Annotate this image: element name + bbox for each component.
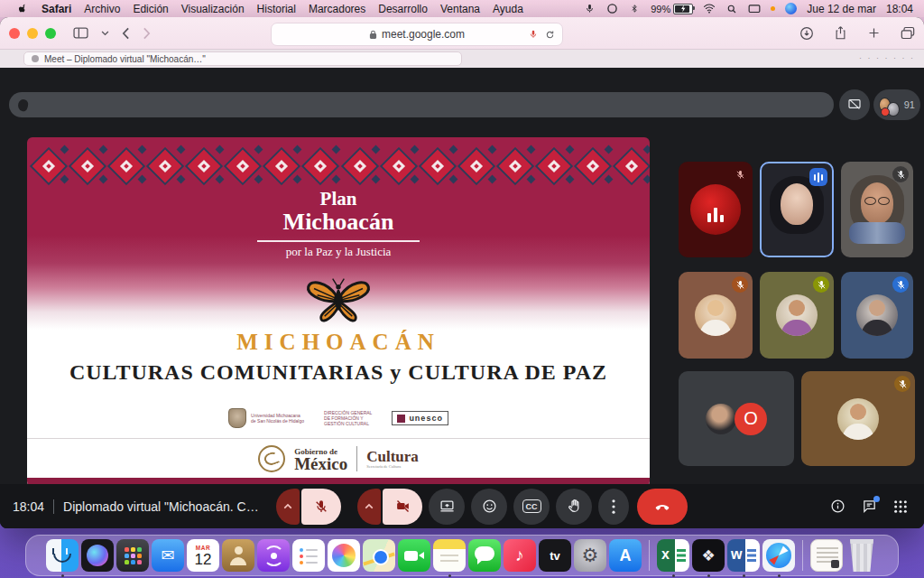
camera-options-chevron[interactable] bbox=[357, 489, 381, 525]
chat-button[interactable] bbox=[862, 499, 877, 514]
dock-photos-icon[interactable] bbox=[328, 539, 360, 572]
more-options-button[interactable] bbox=[598, 489, 629, 525]
dock-appletv-icon[interactable]: tv bbox=[539, 539, 571, 572]
dock-launchpad-icon[interactable] bbox=[116, 539, 149, 572]
tab-favicon bbox=[32, 55, 39, 62]
dock-safari-icon[interactable] bbox=[762, 539, 795, 572]
leave-call-button[interactable] bbox=[637, 489, 688, 525]
minimize-window-button[interactable] bbox=[27, 28, 38, 39]
mic-muted-icon bbox=[892, 276, 909, 293]
dock-finder-icon[interactable] bbox=[46, 539, 79, 572]
menu-time[interactable]: 18:04 bbox=[886, 3, 913, 15]
participant-tile-avatar[interactable] bbox=[760, 272, 834, 359]
address-bar[interactable]: meet.google.com bbox=[271, 23, 563, 46]
status-app-icon[interactable] bbox=[785, 3, 797, 14]
meeting-title: Diplomado virtual "Michoacán. Culturas c… bbox=[63, 499, 260, 514]
wifi-icon[interactable] bbox=[703, 3, 716, 15]
dock-separator bbox=[649, 540, 650, 571]
mic-options-chevron[interactable] bbox=[276, 489, 300, 525]
dock-trash-icon[interactable] bbox=[845, 539, 878, 572]
raise-hand-button[interactable] bbox=[556, 489, 592, 525]
tab-bar: Meet – Diplomado virtual "Michoacán…" · … bbox=[0, 50, 924, 69]
display-mirroring-icon[interactable] bbox=[748, 3, 761, 15]
stop-presenting-button[interactable] bbox=[839, 89, 870, 120]
participants-button[interactable]: 91 bbox=[873, 89, 920, 120]
share-icon[interactable] bbox=[834, 25, 847, 41]
dock-excel-icon[interactable]: x bbox=[657, 539, 689, 572]
participant-tile-avatar[interactable] bbox=[841, 272, 913, 359]
activities-grid-icon[interactable] bbox=[893, 499, 908, 514]
camera-off-button[interactable] bbox=[383, 489, 422, 525]
active-tab[interactable]: Meet – Diplomado virtual "Michoacán…" bbox=[23, 51, 462, 66]
dock-recent-document-icon[interactable] bbox=[810, 539, 843, 572]
participant-tile-speaking[interactable] bbox=[760, 162, 834, 257]
participant-video-face bbox=[776, 180, 818, 232]
close-window-button[interactable] bbox=[9, 28, 20, 39]
dock-notes-icon[interactable] bbox=[433, 539, 466, 572]
mic-status-icon[interactable] bbox=[583, 3, 596, 15]
presented-slide: Plan Michoacán por la Paz y la Justicia … bbox=[27, 137, 650, 487]
meet-top-banner[interactable] bbox=[9, 92, 834, 117]
reload-icon bbox=[545, 30, 555, 40]
dock-podcasts-icon[interactable] bbox=[257, 539, 290, 572]
menu-historial[interactable]: Historial bbox=[257, 3, 296, 15]
dock-maps-icon[interactable] bbox=[363, 539, 395, 572]
dock-music-icon[interactable]: ♪ bbox=[504, 539, 536, 572]
back-button[interactable] bbox=[122, 27, 130, 40]
dock-appstore-icon[interactable]: A bbox=[609, 539, 642, 572]
participant-tile-video[interactable] bbox=[841, 162, 913, 257]
participant-avatar bbox=[837, 398, 879, 440]
dock-contacts-icon[interactable] bbox=[222, 539, 254, 572]
calendar-day: 12 bbox=[195, 552, 212, 567]
downloads-icon[interactable] bbox=[799, 26, 814, 41]
dock-messages-icon[interactable] bbox=[468, 539, 501, 572]
gobierno-line2: México bbox=[294, 456, 347, 471]
sidebar-toggle-icon[interactable] bbox=[73, 27, 88, 39]
dock-black-cube-app-icon[interactable]: ❖ bbox=[692, 539, 725, 572]
menu-desarrollo[interactable]: Desarrollo bbox=[378, 3, 428, 15]
menu-marcadores[interactable]: Marcadores bbox=[309, 3, 365, 15]
dock-siri-icon[interactable] bbox=[81, 539, 114, 572]
forward-button[interactable] bbox=[143, 27, 151, 40]
mic-mute-button[interactable] bbox=[301, 489, 341, 525]
zoom-window-button[interactable] bbox=[45, 28, 56, 39]
participant-tile-pair[interactable]: O bbox=[679, 371, 794, 466]
present-screen-button[interactable] bbox=[429, 489, 465, 525]
menu-date[interactable]: Jue 12 de mar bbox=[807, 3, 876, 15]
participant-alert-dot bbox=[881, 107, 890, 117]
cc-label: CC bbox=[522, 499, 541, 513]
url-text: meet.google.com bbox=[382, 28, 465, 41]
creative-cloud-icon[interactable] bbox=[605, 3, 618, 15]
participant-tile-avatar[interactable] bbox=[801, 371, 915, 466]
menu-edicion[interactable]: Edición bbox=[133, 3, 168, 15]
bluetooth-icon[interactable] bbox=[628, 3, 641, 15]
dock-calendar-icon[interactable]: MAR 12 bbox=[187, 539, 219, 572]
browser-toolbar: meet.google.com bbox=[0, 17, 924, 50]
menu-visualizacion[interactable]: Visualización bbox=[181, 3, 245, 15]
captions-button[interactable]: CC bbox=[513, 489, 550, 525]
participant-video-face bbox=[856, 179, 898, 231]
participant-tile-logo[interactable] bbox=[679, 162, 753, 257]
emoji-reaction-button[interactable] bbox=[471, 489, 507, 525]
gobierno-eagle-icon bbox=[258, 445, 285, 472]
participant-avatar bbox=[776, 294, 818, 336]
meeting-details-icon[interactable] bbox=[830, 499, 845, 514]
battery-indicator[interactable]: 99% bbox=[651, 4, 693, 14]
dock-reminders-icon[interactable] bbox=[292, 539, 325, 572]
menu-ayuda[interactable]: Ayuda bbox=[493, 3, 523, 15]
dock-mail-icon[interactable]: ✉ bbox=[152, 539, 184, 572]
participant-avatar bbox=[695, 294, 736, 336]
menu-app-name[interactable]: Safari bbox=[42, 3, 71, 15]
tab-group-chevron-icon[interactable] bbox=[101, 30, 109, 36]
dock-word-icon[interactable]: w bbox=[727, 539, 760, 572]
dock-facetime-icon[interactable] bbox=[398, 539, 430, 572]
participant-tile-avatar[interactable] bbox=[679, 272, 753, 359]
menu-archivo[interactable]: Archivo bbox=[84, 3, 120, 15]
apple-menu-icon[interactable] bbox=[17, 3, 29, 15]
menu-ventana[interactable]: Ventana bbox=[440, 3, 480, 15]
tab-overview-icon[interactable] bbox=[901, 26, 915, 40]
dock-settings-icon[interactable]: ⚙ bbox=[574, 539, 606, 572]
mic-muted-icon bbox=[732, 166, 748, 182]
spotlight-icon[interactable] bbox=[725, 3, 738, 15]
new-tab-icon[interactable] bbox=[867, 26, 881, 40]
